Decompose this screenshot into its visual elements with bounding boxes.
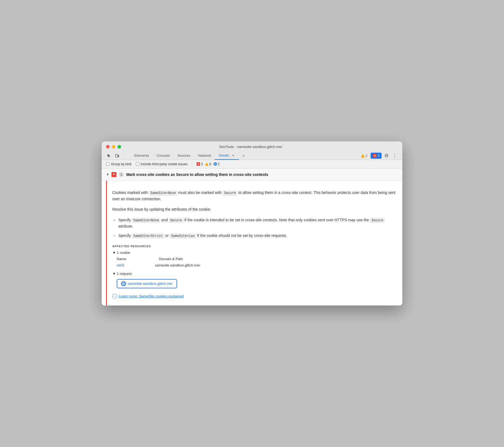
- tab-issues[interactable]: Issues ✕: [215, 152, 239, 160]
- main-content: ▼ ✕ 1 Mark cross-site cookies as Secure …: [102, 169, 402, 306]
- warning-triangle-icon: [361, 154, 365, 158]
- cookie-col-domain: Domain & Path: [159, 257, 183, 261]
- third-party-checkbox[interactable]: Include third-party cookie issues: [136, 162, 187, 166]
- info-count-badge: i 2: [213, 162, 220, 166]
- toolbar-divider: [192, 162, 192, 167]
- issue-description: Cookies marked with SameSite=None must a…: [112, 190, 398, 202]
- third-party-input[interactable]: [136, 162, 139, 166]
- learn-more-link[interactable]: Learn more: SameSite cookies explained: [119, 294, 184, 298]
- group-by-kind-input[interactable]: [106, 162, 110, 166]
- collapse-arrow-icon[interactable]: ▼: [106, 173, 109, 176]
- issue-error-badge: ✕: [112, 172, 116, 177]
- traffic-lights: [106, 145, 121, 149]
- issue-count-circle: 1: [119, 172, 124, 177]
- svg-rect-1: [118, 155, 119, 157]
- warning-badge-button[interactable]: 1: [359, 153, 369, 158]
- request-resource-group: ▼ 1 request: [112, 272, 398, 288]
- cookie-group-header[interactable]: ▼ 1 cookie: [112, 251, 398, 255]
- bullet-item-1: → Specify SameSite=None and Secure if th…: [112, 217, 398, 230]
- resolve-text: Resolve this issue by updating the attri…: [112, 206, 398, 212]
- issue-body: Cookies marked with SameSite=None must a…: [106, 181, 398, 305]
- toolbar-icons: [106, 153, 127, 159]
- tab-elements[interactable]: Elements: [130, 152, 153, 160]
- affected-resources: AFFECTED RESOURCES ▼ 1 cookie Name Domai…: [112, 245, 398, 288]
- samesite-lax-code: SameSite=Lax: [170, 234, 196, 239]
- affected-label: AFFECTED RESOURCES: [112, 245, 398, 248]
- cookie-domain-value: samesite-sandbox.glitch.me/: [155, 263, 200, 267]
- secure-code-2: Secure: [169, 218, 183, 223]
- cookie-name-link[interactable]: ck02: [117, 263, 133, 267]
- bullet-item-2: → Specify SameSite=Strict or SameSite=La…: [112, 233, 398, 239]
- count-badges: ✕ 3 0 i 2: [197, 162, 219, 166]
- cursor-icon[interactable]: [106, 153, 112, 159]
- settings-icon[interactable]: ⚙: [383, 152, 390, 159]
- samesite-none-code-2: SameSite=None: [132, 218, 160, 223]
- tab-network[interactable]: Network: [194, 152, 215, 160]
- svg-rect-0: [116, 154, 118, 157]
- more-tabs-button[interactable]: »: [239, 152, 248, 160]
- request-item[interactable]: samesite-sandbox.glitch.me/: [117, 279, 177, 288]
- tabs-row: Elements Console Sources Network Issues …: [106, 152, 398, 160]
- cookie-resource-group: ▼ 1 cookie Name Domain & Path ck02 sames…: [112, 251, 398, 267]
- cookie-table: Name Domain & Path ck02 samesite-sandbox…: [117, 257, 398, 267]
- secure-code-3: Secure: [370, 218, 385, 223]
- request-group-header[interactable]: ▼ 1 request: [112, 272, 398, 276]
- close-button[interactable]: [106, 145, 110, 149]
- tab-close-icon[interactable]: ✕: [231, 154, 235, 158]
- error-badge-button[interactable]: ✕ 3: [371, 153, 382, 159]
- device-icon[interactable]: [114, 153, 120, 159]
- request-item-container: samesite-sandbox.glitch.me/: [117, 278, 398, 288]
- cookie-group-label: ▼ 1 cookie: [112, 251, 130, 255]
- issue-title: Mark cross-site cookies as Secure to all…: [126, 172, 268, 177]
- learn-more-icon: →: [112, 294, 117, 299]
- samesite-none-code-1: SameSite=None: [149, 191, 177, 196]
- tab-console[interactable]: Console: [153, 152, 174, 160]
- cookie-col-name: Name: [117, 257, 126, 261]
- filter-toolbar: Group by kind Include third-party cookie…: [102, 160, 402, 169]
- error-count-icon: ✕: [197, 162, 200, 166]
- request-group-label: ▼ 1 request: [112, 272, 132, 276]
- warning-count-badge: 0: [205, 162, 211, 166]
- error-x-icon: ✕: [373, 154, 377, 158]
- bullet-arrow-2: →: [112, 233, 116, 239]
- samesite-strict-code: SameSite=Strict: [132, 234, 164, 239]
- more-icon[interactable]: ⋮: [391, 152, 398, 159]
- request-icon: [121, 281, 126, 286]
- window-title: DevTools - samesite-sandbox.glitch.me/: [125, 145, 376, 149]
- bullet-arrow-1: →: [112, 217, 116, 230]
- error-count-badge: ✕ 3: [197, 162, 203, 166]
- group-by-kind-checkbox[interactable]: Group by kind: [106, 162, 131, 166]
- warning-count-icon: [205, 162, 209, 166]
- minimize-button[interactable]: [112, 145, 115, 149]
- request-url-link[interactable]: samesite-sandbox.glitch.me/: [128, 281, 173, 286]
- learn-more: → Learn more: SameSite cookies explained: [112, 294, 398, 299]
- devtools-window: DevTools - samesite-sandbox.glitch.me/: [102, 141, 402, 305]
- issue-header[interactable]: ▼ ✕ 1 Mark cross-site cookies as Secure …: [102, 169, 402, 181]
- cookie-table-row: ck02 samesite-sandbox.glitch.me/: [117, 263, 398, 267]
- title-bar: DevTools - samesite-sandbox.glitch.me/: [102, 141, 402, 160]
- maximize-button[interactable]: [118, 145, 121, 149]
- cookie-table-header: Name Domain & Path: [117, 257, 398, 262]
- toolbar-right: 1 ✕ 3 ⚙ ⋮: [359, 152, 398, 159]
- issue-section: ▼ ✕ 1 Mark cross-site cookies as Secure …: [102, 169, 402, 306]
- secure-code-1: Secure: [223, 191, 237, 196]
- tab-sources[interactable]: Sources: [174, 152, 194, 160]
- info-count-icon: i: [213, 162, 217, 166]
